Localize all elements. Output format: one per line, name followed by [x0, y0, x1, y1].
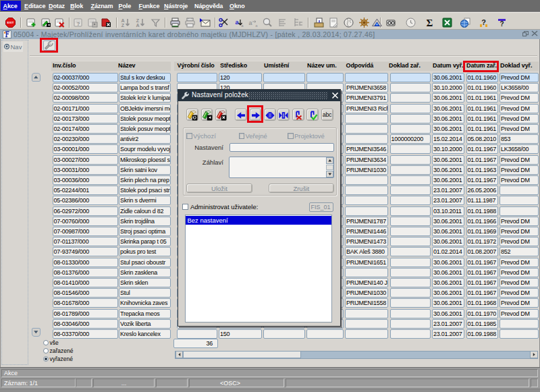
svg-text:?: ? [500, 20, 504, 28]
svg-text:a: a [255, 24, 258, 28]
svg-text:?: ? [481, 18, 486, 26]
svg-text:Σ: Σ [427, 18, 433, 28]
svg-text:A: A [136, 23, 139, 28]
svg-text:Z: Z [122, 23, 125, 28]
svg-text:a: a [235, 19, 239, 26]
svg-text:a: a [248, 20, 252, 26]
svg-text:?: ? [76, 21, 80, 27]
svg-text:A: A [121, 18, 124, 23]
svg-text:a: a [241, 24, 244, 28]
svg-text:Z: Z [136, 18, 140, 23]
svg-text:EXIT: EXIT [7, 21, 14, 24]
